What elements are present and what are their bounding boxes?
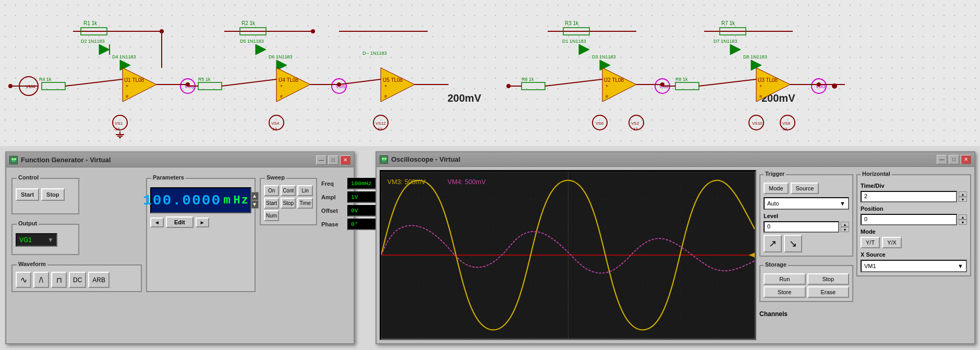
channels-section-label: Channels xyxy=(759,310,853,318)
source-button[interactable]: Source xyxy=(791,183,819,194)
level-down-button[interactable]: ▼ xyxy=(841,227,849,232)
svg-text:#: # xyxy=(126,94,128,99)
triangle-wave-button[interactable]: /\ xyxy=(33,272,49,288)
svg-marker-94 xyxy=(730,44,741,55)
svg-line-79 xyxy=(545,79,602,86)
svg-rect-131 xyxy=(384,158,386,160)
sweep-stop-button[interactable]: Stop xyxy=(281,198,296,209)
xsource-value: VM1 xyxy=(864,263,876,269)
mode-section-label: Mode xyxy=(861,228,967,235)
svg-point-19 xyxy=(8,84,13,88)
fall-trigger-button[interactable]: ↘ xyxy=(784,235,802,252)
storage-stop-button[interactable]: Stop xyxy=(807,273,850,285)
minimize-button[interactable]: — xyxy=(316,155,326,165)
level-up-button[interactable]: ▲ xyxy=(841,222,849,227)
position-down-button[interactable]: ▼ xyxy=(959,220,967,225)
level-label: Level xyxy=(764,213,849,219)
dc-button[interactable]: DC xyxy=(69,272,86,288)
control-label: Control xyxy=(17,174,40,180)
ampl-param-label: Ampl xyxy=(321,194,347,200)
svg-text:-12: -12 xyxy=(781,127,788,131)
osc-minimize-button[interactable]: — xyxy=(937,155,947,164)
left-arrow-button[interactable]: ◄ xyxy=(150,218,164,227)
freq-down-button[interactable]: ▼ xyxy=(251,200,259,209)
trigger-panel: Trigger Mode Source Auto ▼ Level 0 ▲ ▼ xyxy=(759,174,853,257)
right-arrow-button[interactable]: ► xyxy=(196,218,209,227)
edit-button[interactable]: Edit xyxy=(166,216,193,228)
time-div-value: 2 xyxy=(864,193,867,199)
output-value: VG1 xyxy=(19,236,32,244)
time-div-up-button[interactable]: ▲ xyxy=(959,191,967,197)
position-up-button[interactable]: ▲ xyxy=(959,214,967,220)
sweep-cont-button[interactable]: Cont xyxy=(281,185,296,196)
stop-button[interactable]: Stop xyxy=(41,188,64,201)
level-input[interactable]: 0 xyxy=(764,221,839,233)
sweep-start-button[interactable]: Start xyxy=(264,198,279,209)
auto-dropdown[interactable]: Auto ▼ xyxy=(764,197,849,210)
function-generator-window: Function Generator - Virtual — □ ✕ Contr… xyxy=(5,151,355,344)
osc-maximize-button[interactable]: □ xyxy=(949,155,959,164)
storage-panel: Storage Run Stop Store Erase xyxy=(759,265,853,302)
position-input[interactable]: 0 xyxy=(861,214,957,225)
sweep-num-button[interactable]: Num xyxy=(264,210,279,221)
level-row: 0 ▲ ▼ xyxy=(764,221,849,233)
frequency-suffix: Hz xyxy=(234,194,249,207)
trigger-label: Trigger xyxy=(764,171,786,177)
freq-up-button[interactable]: ▲ xyxy=(251,192,259,200)
svg-text:VS2: VS2 xyxy=(631,121,639,126)
yt-button[interactable]: Y/T xyxy=(861,237,880,248)
close-button[interactable]: ✕ xyxy=(340,155,350,165)
svg-text:D4 1N1183: D4 1N1183 xyxy=(112,54,136,59)
square-wave-button[interactable]: ⊓ xyxy=(51,272,67,288)
svg-text:VM4: 500mV: VM4: 500mV xyxy=(447,179,486,186)
mode-button[interactable]: Mode xyxy=(764,183,789,194)
svg-text:#: # xyxy=(280,94,283,99)
svg-point-125 xyxy=(311,29,315,33)
svg-text:D3 1N1183: D3 1N1183 xyxy=(592,54,616,59)
mode-buttons: Y/T Y/X xyxy=(861,237,967,248)
output-dropdown[interactable]: VG1 ▼ xyxy=(16,233,57,247)
svg-text:#: # xyxy=(606,94,608,99)
arb-button[interactable]: ARB xyxy=(88,272,110,288)
svg-text:+: + xyxy=(606,83,608,89)
sweep-time-button[interactable]: Time xyxy=(297,198,313,209)
svg-text:R7 1k: R7 1k xyxy=(721,20,735,26)
svg-text:D-- 1N1183: D-- 1N1183 xyxy=(362,51,387,56)
start-button[interactable]: Start xyxy=(16,188,39,201)
erase-button[interactable]: Erase xyxy=(807,286,850,298)
svg-text:12: 12 xyxy=(378,127,382,131)
horizontal-label: Horizontal xyxy=(861,171,892,177)
time-div-down-button[interactable]: ▼ xyxy=(959,197,967,202)
phase-param-label: Phase xyxy=(321,221,347,227)
svg-text:R8 1k: R8 1k xyxy=(675,77,688,82)
store-button[interactable]: Store xyxy=(764,286,806,298)
maximize-button[interactable]: □ xyxy=(328,155,338,165)
svg-rect-103 xyxy=(675,82,699,90)
level-value: 0 xyxy=(767,223,770,230)
rise-trigger-button[interactable]: ↗ xyxy=(764,235,782,252)
run-button[interactable]: Run xyxy=(764,273,806,285)
trigger-icon-row: ↗ ↘ xyxy=(764,235,849,252)
waveform-panel: Waveform ∿ /\ ⊓ DC ARB xyxy=(11,264,142,292)
frequency-display: 100.0000 m Hz ▲ ▼ xyxy=(150,187,251,213)
waveform-label: Waveform xyxy=(17,261,47,267)
xsource-dropdown[interactable]: VM1 ▼ xyxy=(861,260,967,272)
time-div-input[interactable]: 2 xyxy=(861,191,957,202)
parameters-label: Parameters xyxy=(151,174,186,180)
sweep-on-button[interactable]: On xyxy=(264,185,279,196)
svg-text:R4 1k: R4 1k xyxy=(39,77,52,82)
yxyx-button[interactable]: Y/X xyxy=(882,237,902,248)
sine-wave-button[interactable]: ∿ xyxy=(16,272,31,288)
svg-text:R6 1k: R6 1k xyxy=(522,77,534,82)
oscilloscope-display: VM3: 500mV VM4: 500mV xyxy=(380,170,756,340)
svg-text:VS12: VS12 xyxy=(376,121,386,126)
svg-text:12: 12 xyxy=(633,127,638,131)
sweep-lin-button[interactable]: Lin xyxy=(297,185,313,196)
osc-window-controls: — □ ✕ xyxy=(937,155,971,164)
osc-right-panel: Horizontal Time/Div 2 ▲ ▼ Position 0 xyxy=(856,170,971,340)
osc-close-button[interactable]: ✕ xyxy=(961,155,971,164)
osc-title: Oscilloscope - Virtual xyxy=(391,155,461,163)
func-gen-title: Function Generator - Virtual xyxy=(21,156,111,164)
frequency-unit: m xyxy=(223,194,231,207)
svg-text:R5 1k: R5 1k xyxy=(198,77,211,82)
